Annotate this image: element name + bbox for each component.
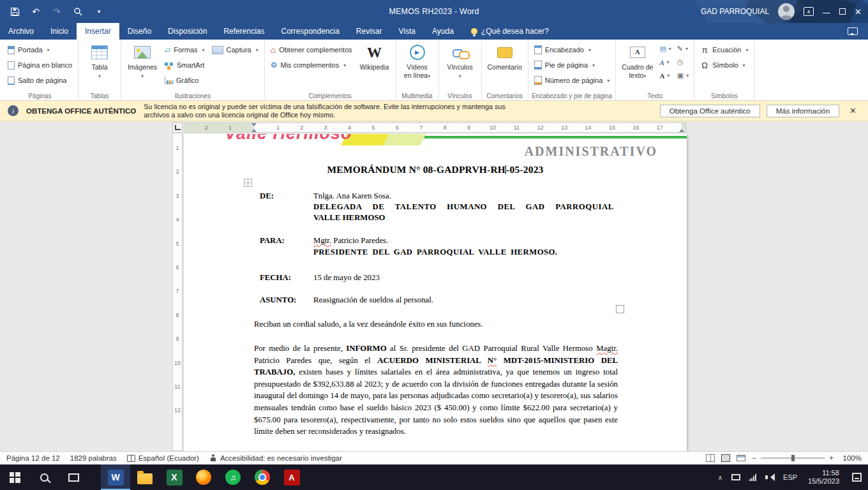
zoom-level[interactable]: 100% [840,454,862,462]
tab-insertar[interactable]: Insertar [77,23,119,40]
taskbar-spotify-button[interactable]: ♫ [218,464,248,490]
captura-button[interactable]: Captura [209,43,261,57]
tab-diseno[interactable]: Diseño [119,23,160,40]
zoom-slider[interactable] [761,454,825,462]
restore-button[interactable] [839,8,846,15]
ruler-mark: · [337,124,339,132]
taskbar-firefox-button[interactable] [189,464,218,490]
zoom-in-button[interactable]: + [829,454,834,463]
taskbar-chrome-button[interactable] [248,464,277,490]
portada-button[interactable]: Portada [5,43,75,57]
hidden-icons-chevron-icon[interactable]: ∧ [714,474,727,481]
comentario-button[interactable]: Comentario [485,41,525,91]
redo-icon[interactable]: ↷ [51,6,63,17]
obtener-complementos-button[interactable]: ⌂Obtener complementos [268,43,355,57]
tab-inicio[interactable]: Inicio [42,23,77,40]
mis-complementos-button[interactable]: ⚙Mis complementos [268,58,355,72]
start-button[interactable] [0,464,29,490]
network-tray-icon[interactable] [745,474,761,481]
cuadro-de-texto-button[interactable]: A Cuadro de texto [619,41,655,91]
wordart-button[interactable]: A [657,56,673,68]
field-fecha-value: 15 de mayo de 2023 [313,273,618,283]
grafico-button[interactable]: Gráfico [162,73,207,87]
symbol-icon: Ω [700,61,709,70]
get-genuine-office-button[interactable]: Obtenga Office auténtico [660,105,760,117]
object-button[interactable]: ▣ [675,70,691,82]
vinculos-button[interactable]: Vínculos [442,41,478,91]
encabezado-button[interactable]: Encabezado [532,43,613,57]
minimize-button[interactable] [823,8,830,15]
quick-parts-button[interactable]: ▤ [657,43,673,55]
ruler-mark: 3 [324,124,327,132]
more-info-button[interactable]: Más información [767,105,839,117]
taskbar-word-button[interactable]: W [101,464,130,490]
tell-me-box[interactable]: ¿Qué desea hacer? [462,23,558,40]
tab-stop-selector[interactable] [172,122,183,133]
vertical-ruler[interactable]: 123456789101112 [172,134,183,451]
display-tray-icon[interactable] [727,474,745,480]
right-indent-marker[interactable] [679,126,684,132]
clock[interactable]: 11:58 15/5/2023 [802,469,846,486]
document-area: 123456789101112 Valle Hermoso ADMINISTRA… [0,134,868,451]
vertical-ruler-mark: 5 [173,241,182,247]
signature-icon: ✎ [677,45,683,53]
page-indicator[interactable]: Página 12 de 12 [6,454,60,462]
pagina-en-blanco-button[interactable]: Página en blanco [5,58,75,72]
account-name[interactable]: GAD PARROQUIAL [701,7,769,16]
pie-de-pagina-button[interactable]: Pie de página [532,58,613,72]
user-avatar[interactable] [778,3,795,20]
ecuacion-button[interactable]: πEcuación [698,43,751,57]
read-mode-button[interactable] [706,454,715,462]
simbolo-button[interactable]: ΩSímbolo [698,58,751,72]
salto-de-pagina-button[interactable]: Salto de página [5,73,75,87]
formas-button[interactable]: ▱Formas [162,43,207,57]
web-layout-button[interactable] [737,455,745,461]
date-time-button[interactable]: ◷ [675,56,691,68]
undo-icon[interactable]: ↶ [30,6,41,17]
ribbon-display-options-icon[interactable]: ∧ [804,7,814,16]
wikipedia-button[interactable]: W Wikipedia [357,41,393,91]
ruler-mark: · [623,124,625,132]
taskbar-excel-button[interactable]: X [160,464,189,490]
task-view-button[interactable] [59,464,88,490]
table-move-handle-icon[interactable] [244,179,252,187]
windows-taskbar: W X ♫ A ∧ ESP 11:58 15/5/2023 [0,464,868,490]
tab-archivo[interactable]: Archivo [0,23,42,40]
header-icon [534,45,542,54]
signature-line-button[interactable]: ✎ [675,43,691,55]
taskbar-acrobat-button[interactable]: A [277,464,306,490]
tab-vista[interactable]: Vista [391,23,424,40]
tab-correspondencia[interactable]: Correspondencia [273,23,347,40]
preview-icon[interactable] [72,6,84,17]
horizontal-ruler[interactable]: 1231234567891011121314151617············… [184,122,687,133]
action-center-icon[interactable] [852,473,862,482]
document-page[interactable]: Valle Hermoso ADMINISTRATIVO MEMORÁNDUM … [184,134,687,451]
keyboard-language[interactable]: ESP [779,473,802,481]
word-count[interactable]: 1829 palabras [70,454,117,462]
tab-referencias[interactable]: Referencias [215,23,273,40]
save-icon[interactable] [9,6,20,17]
volume-tray-icon[interactable] [761,473,779,481]
tabla-button[interactable]: Tabla [82,41,117,91]
left-indent-marker[interactable] [251,126,257,132]
videos-en-linea-button[interactable]: ▶ Vídeos en línea [400,41,435,91]
banner-close-icon[interactable]: ✕ [846,106,860,115]
taskbar-explorer-button[interactable] [130,464,160,490]
customize-qat-chevron-icon[interactable]: ▾ [93,6,105,17]
proofing-status[interactable]: Español (Ecuador) [127,454,199,462]
accessibility-status[interactable]: Accesibilidad: es necesario investigar [209,454,342,462]
zoom-out-button[interactable]: − [752,454,756,463]
tab-revisar[interactable]: Revisar [348,23,391,40]
tab-ayuda[interactable]: Ayuda [424,23,462,40]
drop-cap-button[interactable]: A [657,70,673,82]
field-label-asunto: ASUNTO: [260,295,296,305]
print-layout-button[interactable] [721,454,730,462]
tab-disposicion[interactable]: Disposición [160,23,215,40]
search-button[interactable] [29,464,59,490]
zoom-slider-thumb[interactable] [791,455,795,461]
imagenes-button[interactable]: Imágenes [124,41,160,91]
numero-de-pagina-button[interactable]: Número de página [532,73,613,87]
smartart-button[interactable]: SmartArt [162,58,207,72]
feedback-icon[interactable] [848,27,858,35]
close-button[interactable]: ✕ [855,7,862,17]
